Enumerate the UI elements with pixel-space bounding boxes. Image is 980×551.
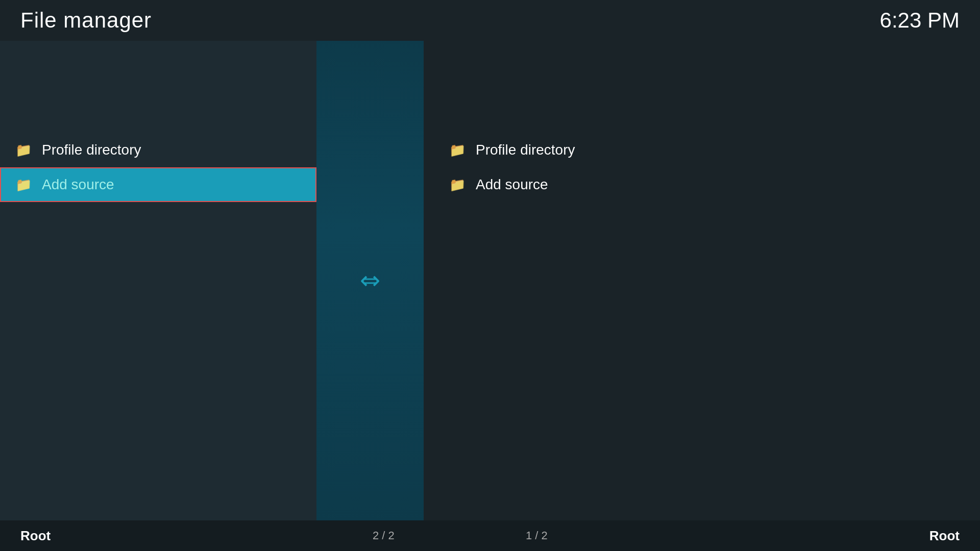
footer-right-count: 1 / 2 [526,529,548,542]
right-profile-directory-item[interactable]: 📁 Profile directory [444,133,980,167]
footer-left-count: 2 / 2 [373,529,395,542]
footer-left-label: Root [20,528,51,544]
left-panel: 📁 Profile directory 📁 Add source [0,41,316,520]
right-folder-icon-2: 📁 [449,177,465,193]
left-profile-directory-item[interactable]: 📁 Profile directory [0,133,316,167]
main-content: 📁 Profile directory 📁 Add source ⇔ 📁 Pro… [0,41,980,520]
app-title: File manager [20,8,152,33]
header: File manager 6:23 PM [0,0,980,41]
left-add-source-item[interactable]: 📁 Add source [0,167,316,202]
folder-icon: 📁 [15,142,32,158]
right-panel: 📁 Profile directory 📁 Add source [424,41,980,520]
right-profile-directory-label: Profile directory [476,142,575,158]
center-panel: ⇔ [316,41,424,520]
left-add-source-label: Add source [42,177,114,193]
clock: 6:23 PM [880,8,960,33]
folder-icon-active: 📁 [15,177,32,193]
footer: Root 2 / 2 1 / 2 Root [0,520,980,551]
left-profile-directory-label: Profile directory [42,142,141,158]
right-folder-icon-1: 📁 [449,142,465,158]
right-add-source-item[interactable]: 📁 Add source [444,167,980,202]
right-add-source-label: Add source [476,177,548,193]
footer-right-label: Root [929,528,960,544]
transfer-arrows-icon: ⇔ [360,268,380,293]
